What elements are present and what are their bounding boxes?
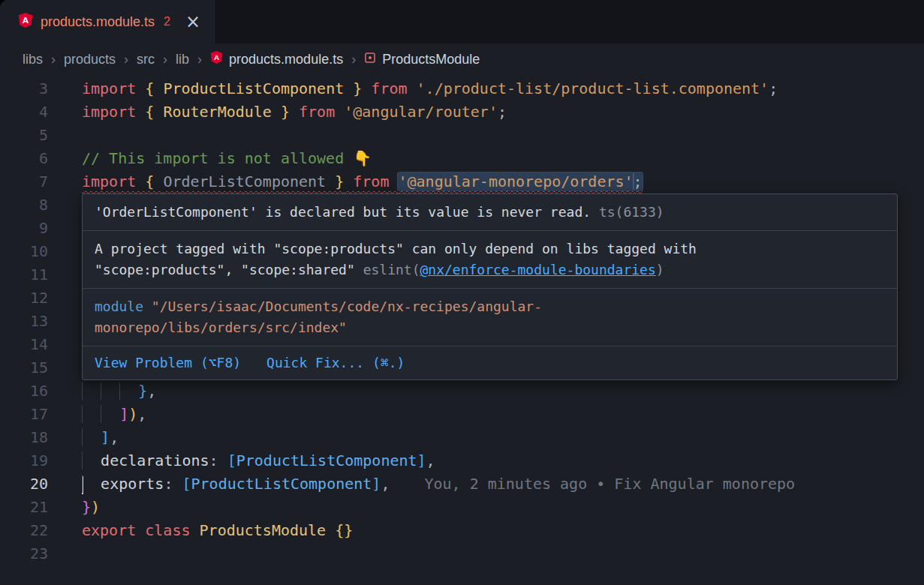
view-problem-action[interactable]: View Problem (⌥F8) xyxy=(95,352,241,374)
line-number[interactable]: 23 xyxy=(0,542,48,566)
token-pun: ; xyxy=(498,103,507,121)
indent-guide xyxy=(82,452,101,470)
chevron-right-icon: › xyxy=(163,52,167,68)
line-number[interactable]: 18 xyxy=(0,426,48,449)
token-br3: ] xyxy=(417,452,426,470)
code-line-5[interactable]: 5 xyxy=(0,124,924,147)
line-number[interactable]: 3 xyxy=(0,77,48,100)
tab-products-module[interactable]: A products.module.ts 2 × xyxy=(0,0,216,44)
line-number[interactable]: 13 xyxy=(0,310,48,333)
indent-guide xyxy=(119,382,138,400)
code-line-18[interactable]: 18 ], xyxy=(0,426,924,449)
code-line-16[interactable]: 16 }, xyxy=(0,380,924,403)
svg-text:A: A xyxy=(214,53,219,62)
code-line-7[interactable]: 7import { OrderListComponent } from '@an… xyxy=(0,170,924,194)
code-line-17[interactable]: 17 ]), xyxy=(0,403,924,426)
token-br1: { xyxy=(145,103,163,121)
token-br3: [ xyxy=(182,475,191,493)
editor[interactable]: 3import { ProductListComponent } from '.… xyxy=(0,75,924,585)
breadcrumb-item-file[interactable]: A products.module.ts xyxy=(210,50,343,68)
token-br2: } xyxy=(82,498,91,516)
token-br3: ] xyxy=(372,475,381,493)
token-br1: { xyxy=(145,80,163,98)
code-line-23[interactable]: 23 xyxy=(0,542,924,566)
eslint-source-open: eslint( xyxy=(363,262,420,278)
line-number[interactable]: 22 xyxy=(0,519,48,542)
token-br1: ) xyxy=(128,405,137,423)
line-number[interactable]: 4 xyxy=(0,100,48,124)
code-line-19[interactable]: 19 declarations: [ProductListComponent], xyxy=(0,449,924,472)
module-path-string-1: "/Users/isaac/Documents/code/nx-recipes/… xyxy=(152,298,542,314)
token-br1: } xyxy=(272,103,290,121)
token-kw: from xyxy=(344,172,398,190)
code-line-4[interactable]: 4import { RouterModule } from '@angular/… xyxy=(0,100,924,124)
token-cls: ProductListComponent xyxy=(163,80,344,98)
token-kw: export class xyxy=(82,521,200,539)
breadcrumb-symbol-label: ProductsModule xyxy=(382,52,480,68)
module-path-string-2: monorepo/libs/orders/src/index" xyxy=(95,320,347,335)
line-content: ], xyxy=(82,426,119,449)
line-number[interactable]: 15 xyxy=(0,356,48,380)
code-line-6[interactable]: 6// This import is not allowed 👇 xyxy=(0,147,924,170)
chevron-right-icon: › xyxy=(124,52,128,68)
line-number[interactable]: 21 xyxy=(0,496,48,519)
token-clsref: ProductListComponent xyxy=(236,452,417,470)
token-pun: : xyxy=(209,452,227,470)
token-pun: , xyxy=(426,452,435,470)
line-number[interactable]: 20 xyxy=(0,472,48,496)
line-number[interactable]: 8 xyxy=(0,194,48,217)
token-br2: ] xyxy=(119,405,128,423)
line-content: declarations: [ProductListComponent], xyxy=(82,449,435,472)
line-number[interactable]: 5 xyxy=(0,124,48,147)
token-kw: import xyxy=(82,80,145,98)
breadcrumb-item-symbol[interactable]: ProductsModule xyxy=(364,52,480,68)
token-kw: import xyxy=(82,172,145,190)
line-content: }) xyxy=(82,496,100,519)
line-number[interactable]: 9 xyxy=(0,217,48,240)
code-line-3[interactable]: 3import { ProductListComponent } from '.… xyxy=(0,77,924,100)
line-content: export class ProductsModule {} xyxy=(82,519,353,542)
chevron-right-icon: › xyxy=(351,52,356,68)
line-number[interactable]: 11 xyxy=(0,263,48,286)
breadcrumb-item-lib[interactable]: lib xyxy=(176,52,189,68)
eslint-message-row1: A project tagged with "scope:products" c… xyxy=(95,238,885,260)
diagnostic-message: 'OrderListComponent' is declared but its… xyxy=(95,204,591,220)
breadcrumb-file-label: products.module.ts xyxy=(229,52,343,68)
module-symbol-icon xyxy=(364,52,376,68)
breadcrumb-item-src[interactable]: src xyxy=(137,52,155,68)
diagnostic-source: ts(6133) xyxy=(599,204,664,220)
code-line-22[interactable]: 22export class ProductsModule {} xyxy=(0,519,924,542)
hover-diagnostic-ts: 'OrderListComponent' is declared but its… xyxy=(83,194,897,230)
tab-title: products.module.ts xyxy=(41,14,155,30)
token-pun: : xyxy=(164,475,182,493)
eslint-message-row2: "scope:products", "scope:shared" eslint(… xyxy=(95,260,885,280)
line-number[interactable]: 12 xyxy=(0,286,48,310)
quick-fix-action[interactable]: Quick Fix... (⌘.) xyxy=(266,352,405,374)
indent-guide xyxy=(101,382,119,400)
breadcrumb-item-products[interactable]: products xyxy=(64,52,116,68)
line-number[interactable]: 16 xyxy=(0,380,48,403)
token-pun: ; xyxy=(769,80,778,98)
indent-guide xyxy=(82,382,101,400)
line-number[interactable]: 17 xyxy=(0,403,48,426)
eslint-rule-link[interactable]: @nx/enforce-module-boundaries xyxy=(420,262,655,278)
line-number[interactable]: 19 xyxy=(0,449,48,472)
hover-diagnostic-eslint: A project tagged with "scope:products" c… xyxy=(83,231,897,288)
token-pun: , xyxy=(110,428,119,446)
module-keyword: module xyxy=(95,298,143,314)
breadcrumb-item-libs[interactable]: libs xyxy=(23,52,43,68)
token-br3: ] xyxy=(101,428,110,446)
line-number[interactable]: 7 xyxy=(0,170,48,194)
token-str: '@angular/router' xyxy=(344,103,498,121)
token-clsref: ProductListComponent xyxy=(191,475,372,493)
line-number[interactable]: 6 xyxy=(0,147,48,170)
code-line-21[interactable]: 21}) xyxy=(0,496,924,519)
token-cls: ProductsModule xyxy=(200,521,336,539)
code-line-20[interactable]: 20 exports: [ProductListComponent],You, … xyxy=(0,472,924,496)
tab-close-icon[interactable]: × xyxy=(185,13,200,31)
token-str: './product-list/product-list.component' xyxy=(417,80,769,98)
line-number[interactable]: 14 xyxy=(0,333,48,356)
line-number[interactable]: 10 xyxy=(0,240,48,263)
vscode-window: A products.module.ts 2 × libs › products… xyxy=(0,0,924,585)
token-cls: RouterModule xyxy=(163,103,272,121)
